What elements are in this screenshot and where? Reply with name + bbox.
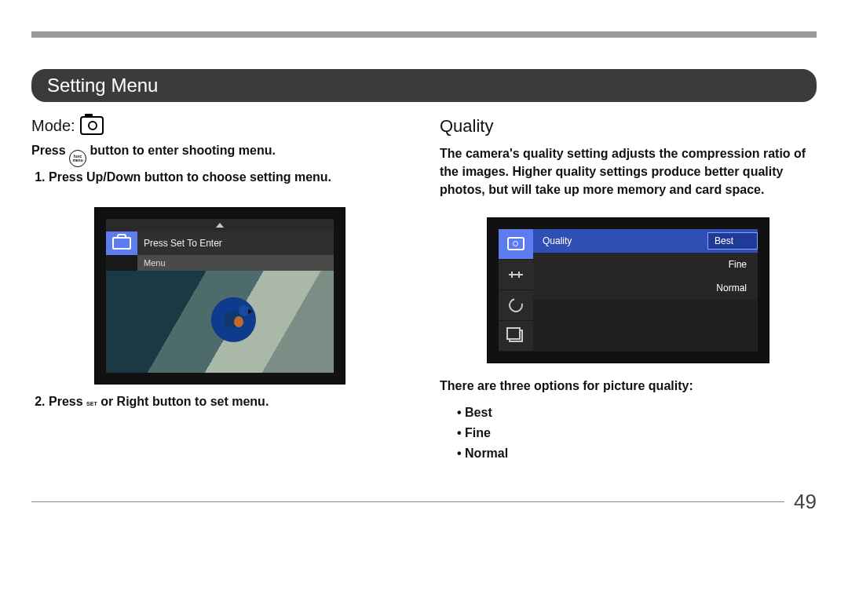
tab-sliders-icon [499, 260, 533, 290]
section-title: Setting Menu [31, 69, 817, 102]
intro-instruction: Press func menu button to enter shooting… [31, 141, 408, 167]
options-list: Best Fine Normal [457, 406, 817, 461]
tab-refresh-icon [499, 290, 533, 321]
menu-row-text: Press Set To Enter [137, 231, 334, 255]
mode-label: Mode: [31, 117, 75, 135]
quality-panel: Quality Best Fine Normal [533, 229, 758, 352]
content-columns: Mode: Press func menu button to enter sh… [31, 116, 817, 467]
quality-row-value: Best [707, 232, 758, 250]
option-normal: Normal [457, 447, 817, 461]
screenshot-setting-menu: Press Set To Enter Menu [95, 208, 345, 384]
step-2: Press SET or Right button to set menu. [49, 395, 408, 409]
menu-sub-text: Menu [137, 255, 334, 271]
quality-description: The camera's quality setting adjusts the… [440, 144, 817, 199]
menu-row-sub: Menu [106, 255, 334, 271]
footer-rule [31, 501, 784, 502]
func-menu-button-icon: func menu [69, 150, 86, 167]
quality-option-normal: Normal [533, 276, 758, 300]
screenshot-quality-menu: Quality Best Fine Normal [488, 218, 769, 363]
left-column: Mode: Press func menu button to enter sh… [31, 116, 408, 467]
manual-page: Setting Menu Mode: Press func menu butto… [31, 31, 817, 467]
camera-icon [80, 116, 104, 135]
steps-list-2: Press SET or Right button to set menu. [31, 395, 408, 409]
option-best: Best [457, 406, 817, 420]
sample-photo [106, 271, 334, 373]
tab-camera-icon [499, 229, 533, 260]
bird-illustration [220, 302, 251, 334]
set-button-icon: SET [86, 395, 97, 408]
right-column: Quality The camera's quality setting adj… [440, 116, 817, 467]
page-footer: 49 [31, 490, 817, 514]
steps-list: Press Up/Down button to choose setting m… [31, 170, 408, 184]
option-fine: Fine [457, 426, 817, 440]
quality-row-label: Quality [533, 235, 707, 246]
intro-pre: Press [31, 144, 66, 157]
mode-line: Mode: [31, 116, 408, 135]
step-1: Press Up/Down button to choose setting m… [49, 170, 408, 184]
menu-row-main: Press Set To Enter [106, 231, 334, 255]
quality-heading: Quality [440, 116, 817, 137]
section-title-text: Setting Menu [47, 75, 158, 96]
intro-post: button to enter shooting menu. [90, 144, 276, 157]
page-number: 49 [794, 490, 817, 514]
tab-cards-icon [499, 321, 533, 352]
quality-row-selected: Quality Best [533, 229, 758, 253]
quality-option-fine: Fine [533, 253, 758, 276]
toolbox-icon [106, 231, 137, 255]
shot-top-chevron [106, 219, 334, 231]
top-rule [31, 31, 817, 38]
chevron-up-icon [216, 223, 224, 228]
side-tabs [499, 229, 533, 352]
options-intro: There are three options for picture qual… [440, 377, 817, 395]
